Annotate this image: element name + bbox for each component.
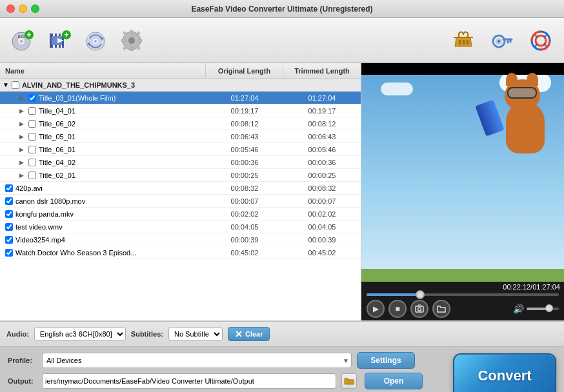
table-row[interactable]: Watch Doctor Who Season 3 Episod... 00:4…	[0, 246, 361, 259]
table-row[interactable]: kongfu panda.mkv 00:02:02 00:02:02	[0, 208, 361, 220]
trimmed-time: 00:45:02	[283, 249, 361, 257]
progress-thumb[interactable]	[416, 290, 425, 299]
table-row[interactable]: ▶ Title_04_01 00:19:17 00:19:17	[0, 104, 361, 117]
row-expand-icon[interactable]: ▶	[19, 95, 28, 101]
svg-rect-14	[53, 45, 55, 48]
row-checkbox-video3254[interactable]	[5, 236, 13, 244]
table-row[interactable]: canon dslr 1080p.mov 00:00:07 00:00:07	[0, 195, 361, 208]
row-filename: Watch Doctor Who Season 3 Episod...	[15, 249, 206, 257]
original-time: 00:04:05	[206, 223, 283, 231]
traffic-lights[interactable]	[6, 5, 39, 13]
play-button[interactable]: ▶	[367, 300, 385, 318]
audio-subtitle-bar: Audio: English ac3 6CH[0x80] Subtitles: …	[0, 321, 564, 347]
table-row[interactable]: ▶ Title_04_02 00:00:36 00:00:36	[0, 156, 361, 169]
table-row[interactable]: ▶ Title_02_01 00:00:25 00:00:25	[0, 169, 361, 182]
row-expand-icon[interactable]: ▶	[19, 108, 28, 114]
browse-folder-button[interactable]	[341, 373, 357, 389]
row-expand-icon[interactable]: ▶	[19, 172, 28, 179]
add-dvd-button[interactable]: DVD +	[6, 24, 40, 57]
table-row[interactable]: ▶ Title_03_01(Whole Film) 01:27:04 01:27…	[0, 92, 361, 104]
settings-button[interactable]: Settings	[357, 352, 415, 369]
preview-time-display: 00:22:12/01:27:04	[361, 282, 564, 292]
preview-panel: 00:22:12/01:27:04 ▶ ■	[361, 63, 564, 320]
row-expand-icon[interactable]: ▶	[19, 121, 28, 127]
group-row[interactable]: ▼ ALVIN_AND_THE_CHIPMUNKS_3	[0, 79, 361, 92]
table-row[interactable]: 420p.avi 00:08:32 00:08:32	[0, 182, 361, 195]
maximize-button[interactable]	[31, 5, 39, 13]
trimmed-time: 00:00:39	[283, 236, 361, 244]
add-iso-button[interactable]	[79, 24, 112, 57]
settings-gear-button[interactable]	[115, 24, 148, 57]
stop-button[interactable]: ■	[388, 300, 407, 318]
trimmed-time: 00:00:07	[283, 197, 361, 205]
audio-select[interactable]: English ac3 6CH[0x80]	[34, 327, 126, 341]
row-checkbox-doctor[interactable]	[5, 249, 13, 257]
row-checkbox-420p[interactable]	[5, 184, 13, 192]
svg-point-2	[20, 40, 23, 43]
profile-select[interactable]: All Devices	[42, 353, 352, 368]
table-row[interactable]: Video3254.mp4 00:00:39 00:00:39	[0, 233, 361, 246]
table-row[interactable]: ▶ Title_05_01 00:06:43 00:06:43	[0, 130, 361, 143]
row-checkbox-title0401[interactable]	[28, 107, 36, 115]
progress-fill	[367, 293, 420, 296]
col-trimmed-header: Trimmed Length	[283, 63, 361, 78]
help-button[interactable]	[524, 24, 558, 57]
minimize-button[interactable]	[19, 5, 27, 13]
preview-character	[493, 76, 558, 166]
row-checkbox-title0301[interactable]	[28, 94, 36, 102]
svg-rect-37	[463, 40, 465, 44]
output-path-input[interactable]	[42, 373, 336, 389]
clear-button[interactable]: Clear	[228, 327, 270, 341]
basket-button[interactable]	[447, 24, 480, 57]
folder-button[interactable]	[432, 300, 450, 318]
original-time: 00:19:17	[206, 107, 283, 115]
row-checkbox-kongfu[interactable]	[5, 210, 13, 218]
table-row[interactable]: ▶ Title_06_01 00:05:46 00:05:46	[0, 143, 361, 156]
row-expand-icon[interactable]: ▶	[19, 133, 28, 140]
svg-rect-36	[459, 40, 461, 44]
row-filename: canon dslr 1080p.mov	[15, 197, 206, 205]
volume-thumb[interactable]	[545, 304, 553, 312]
group-checkbox[interactable]	[12, 81, 19, 89]
svg-rect-9	[50, 34, 52, 48]
bottom-section: Profile: All Devices ▼ Settings Output: …	[0, 347, 564, 392]
convert-button[interactable]: Convert	[453, 353, 556, 392]
row-checkbox-title0201[interactable]	[28, 172, 36, 179]
register-button[interactable]	[485, 24, 519, 57]
row-checkbox-title0501[interactable]	[28, 133, 36, 141]
original-time: 00:45:02	[206, 249, 283, 257]
profile-label: Profile:	[8, 357, 37, 364]
group-expand-icon[interactable]: ▼	[3, 81, 9, 88]
row-checkbox-canon[interactable]	[5, 197, 13, 205]
preview-progress-bar[interactable]	[361, 292, 564, 297]
titlebar: EaseFab Video Converter Ultimate (Unregi…	[0, 0, 564, 18]
time-text: 00:22:12/01:27:04	[503, 283, 560, 291]
table-row[interactable]: ▶ Title_06_02 00:08:12 00:08:12	[0, 117, 361, 130]
subtitle-select[interactable]: No Subtitle	[168, 327, 223, 341]
table-row[interactable]: test video.wmv 00:04:05 00:04:05	[0, 220, 361, 233]
original-time: 01:27:04	[206, 94, 283, 102]
progress-track[interactable]	[367, 293, 559, 296]
file-list-body[interactable]: ▼ ALVIN_AND_THE_CHIPMUNKS_3 ▶ Title_03_0…	[0, 79, 361, 320]
row-expand-icon[interactable]: ▶	[19, 159, 28, 166]
add-video-button[interactable]: +	[43, 24, 76, 57]
svg-rect-12	[57, 34, 59, 36]
svg-rect-11	[53, 34, 55, 36]
volume-track[interactable]	[527, 308, 559, 310]
row-checkbox-title0402[interactable]	[28, 159, 36, 166]
row-checkbox-title0602[interactable]	[28, 120, 36, 128]
svg-rect-29	[130, 47, 133, 51]
open-button[interactable]: Open	[365, 373, 423, 389]
clear-icon	[235, 330, 243, 338]
row-checkbox-test[interactable]	[5, 223, 13, 231]
cloud-decoration	[381, 83, 413, 95]
trimmed-time: 00:02:02	[283, 210, 361, 218]
snapshot-button[interactable]	[410, 300, 428, 318]
row-checkbox-title0601[interactable]	[28, 146, 36, 153]
row-filename: Title_06_02	[39, 120, 206, 128]
close-button[interactable]	[6, 5, 15, 13]
row-expand-icon[interactable]: ▶	[19, 146, 28, 153]
clear-label: Clear	[245, 330, 263, 338]
trimmed-time: 00:08:32	[283, 184, 361, 192]
original-time: 00:05:46	[206, 146, 283, 153]
